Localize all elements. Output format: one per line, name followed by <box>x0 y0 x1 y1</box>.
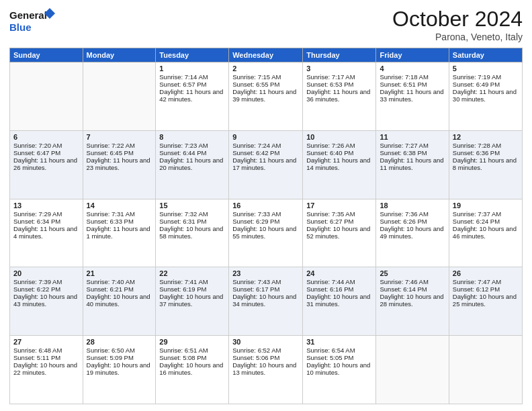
table-row: 5 Sunrise: 7:19 AM Sunset: 6:49 PM Dayli… <box>449 62 522 131</box>
daylight-text: Daylight: 10 hours and 49 minutes. <box>380 225 443 240</box>
day-number: 26 <box>453 269 519 277</box>
table-row: 22 Sunrise: 7:41 AM Sunset: 6:19 PM Dayl… <box>156 267 229 336</box>
sunrise-text: Sunrise: 7:41 AM <box>159 278 208 285</box>
sunset-text: Sunset: 6:26 PM <box>380 218 427 225</box>
sunset-text: Sunset: 6:49 PM <box>453 81 500 88</box>
col-sunday: Sunday <box>10 48 83 62</box>
sunset-text: Sunset: 6:40 PM <box>306 149 353 156</box>
calendar-table: Sunday Monday Tuesday Wednesday Thursday… <box>9 48 523 404</box>
logo: General Blue <box>9 7 56 37</box>
daylight-text: Daylight: 10 hours and 43 minutes. <box>13 293 77 308</box>
daylight-text: Daylight: 11 hours and 4 minutes. <box>13 225 77 240</box>
sunrise-text: Sunrise: 7:20 AM <box>13 142 62 149</box>
daylight-text: Daylight: 11 hours and 36 minutes. <box>306 88 370 103</box>
sunset-text: Sunset: 6:24 PM <box>453 218 500 225</box>
sunrise-text: Sunrise: 6:50 AM <box>87 347 135 354</box>
calendar-week-row: 1 Sunrise: 7:14 AM Sunset: 6:57 PM Dayli… <box>10 62 523 131</box>
daylight-text: Daylight: 10 hours and 58 minutes. <box>159 225 223 240</box>
sunset-text: Sunset: 6:31 PM <box>159 218 206 225</box>
daylight-text: Daylight: 10 hours and 46 minutes. <box>453 225 517 240</box>
sunset-text: Sunset: 5:11 PM <box>13 354 60 361</box>
calendar-week-row: 20 Sunrise: 7:39 AM Sunset: 6:22 PM Dayl… <box>10 267 523 336</box>
sunrise-text: Sunrise: 7:47 AM <box>453 278 501 285</box>
table-row: 1 Sunrise: 7:14 AM Sunset: 6:57 PM Dayli… <box>156 62 229 131</box>
col-saturday: Saturday <box>449 48 522 62</box>
table-row: 7 Sunrise: 7:22 AM Sunset: 6:45 PM Dayli… <box>83 130 156 199</box>
table-row: 17 Sunrise: 7:35 AM Sunset: 6:27 PM Dayl… <box>303 199 376 267</box>
daylight-text: Daylight: 11 hours and 8 minutes. <box>453 156 517 171</box>
table-row: 10 Sunrise: 7:26 AM Sunset: 6:40 PM Dayl… <box>303 130 376 199</box>
day-number: 15 <box>159 201 225 210</box>
table-row: 16 Sunrise: 7:33 AM Sunset: 6:29 PM Dayl… <box>229 199 303 267</box>
day-number: 22 <box>159 269 225 277</box>
calendar-week-row: 27 Sunrise: 6:48 AM Sunset: 5:11 PM Dayl… <box>10 336 523 404</box>
sunset-text: Sunset: 6:47 PM <box>13 149 60 156</box>
table-row: 15 Sunrise: 7:32 AM Sunset: 6:31 PM Dayl… <box>156 199 229 267</box>
col-thursday: Thursday <box>303 48 376 62</box>
table-row: 20 Sunrise: 7:39 AM Sunset: 6:22 PM Dayl… <box>10 267 83 336</box>
daylight-text: Daylight: 11 hours and 33 minutes. <box>380 88 443 103</box>
daylight-text: Daylight: 10 hours and 31 minutes. <box>306 293 370 308</box>
daylight-text: Daylight: 10 hours and 40 minutes. <box>87 293 150 308</box>
sunset-text: Sunset: 6:51 PM <box>380 81 427 88</box>
day-number: 28 <box>87 338 152 346</box>
day-number: 7 <box>87 133 152 141</box>
sunset-text: Sunset: 6:19 PM <box>159 285 206 293</box>
sunrise-text: Sunrise: 7:26 AM <box>306 142 355 149</box>
table-row <box>449 336 522 404</box>
daylight-text: Daylight: 11 hours and 23 minutes. <box>87 156 150 171</box>
sunrise-text: Sunrise: 6:48 AM <box>13 347 62 354</box>
table-row <box>83 62 156 131</box>
daylight-text: Daylight: 11 hours and 20 minutes. <box>159 156 223 171</box>
sunrise-text: Sunrise: 7:24 AM <box>232 142 281 149</box>
table-row: 23 Sunrise: 7:43 AM Sunset: 6:17 PM Dayl… <box>229 267 303 336</box>
daylight-text: Daylight: 10 hours and 28 minutes. <box>380 293 443 308</box>
sunset-text: Sunset: 6:29 PM <box>232 218 279 225</box>
daylight-text: Daylight: 10 hours and 13 minutes. <box>232 361 296 376</box>
table-row: 8 Sunrise: 7:23 AM Sunset: 6:44 PM Dayli… <box>156 130 229 199</box>
table-row: 4 Sunrise: 7:18 AM Sunset: 6:51 PM Dayli… <box>376 62 449 131</box>
table-row: 14 Sunrise: 7:31 AM Sunset: 6:33 PM Dayl… <box>83 199 156 267</box>
table-row: 11 Sunrise: 7:27 AM Sunset: 6:38 PM Dayl… <box>376 130 449 199</box>
table-row: 31 Sunrise: 6:54 AM Sunset: 5:05 PM Dayl… <box>303 336 376 404</box>
sunrise-text: Sunrise: 7:40 AM <box>87 278 135 285</box>
day-number: 16 <box>232 201 299 210</box>
svg-text:General: General <box>9 9 47 21</box>
day-number: 8 <box>159 133 225 141</box>
sunrise-text: Sunrise: 7:37 AM <box>453 210 501 218</box>
daylight-text: Daylight: 10 hours and 34 minutes. <box>232 293 296 308</box>
sunrise-text: Sunrise: 7:14 AM <box>159 73 208 81</box>
daylight-text: Daylight: 10 hours and 25 minutes. <box>453 293 517 308</box>
sunrise-text: Sunrise: 7:32 AM <box>159 210 208 218</box>
sunrise-text: Sunrise: 7:28 AM <box>453 142 501 149</box>
sunset-text: Sunset: 6:44 PM <box>159 149 206 156</box>
day-number: 11 <box>380 133 445 141</box>
table-row: 29 Sunrise: 6:51 AM Sunset: 5:08 PM Dayl… <box>156 336 229 404</box>
sunset-text: Sunset: 6:53 PM <box>306 81 353 88</box>
daylight-text: Daylight: 10 hours and 19 minutes. <box>87 361 150 376</box>
daylight-text: Daylight: 10 hours and 10 minutes. <box>306 361 370 376</box>
day-number: 14 <box>87 201 152 210</box>
sunset-text: Sunset: 5:08 PM <box>159 354 206 361</box>
sunset-text: Sunset: 6:34 PM <box>13 218 60 225</box>
location-title: Parona, Veneto, Italy <box>392 32 523 42</box>
table-row: 25 Sunrise: 7:46 AM Sunset: 6:14 PM Dayl… <box>376 267 449 336</box>
sunrise-text: Sunrise: 7:44 AM <box>306 278 355 285</box>
day-number: 29 <box>159 338 225 346</box>
title-block: October 2024 Parona, Veneto, Italy <box>392 7 523 42</box>
sunset-text: Sunset: 6:55 PM <box>232 81 279 88</box>
sunset-text: Sunset: 6:17 PM <box>232 285 279 293</box>
table-row: 9 Sunrise: 7:24 AM Sunset: 6:42 PM Dayli… <box>229 130 303 199</box>
table-row: 6 Sunrise: 7:20 AM Sunset: 6:47 PM Dayli… <box>10 130 83 199</box>
sunset-text: Sunset: 6:33 PM <box>87 218 134 225</box>
sunset-text: Sunset: 5:09 PM <box>87 354 134 361</box>
day-number: 18 <box>380 201 445 210</box>
day-number: 6 <box>13 133 79 141</box>
table-row: 12 Sunrise: 7:28 AM Sunset: 6:36 PM Dayl… <box>449 130 522 199</box>
day-number: 30 <box>232 338 299 346</box>
sunset-text: Sunset: 6:57 PM <box>159 81 206 88</box>
calendar-week-row: 6 Sunrise: 7:20 AM Sunset: 6:47 PM Dayli… <box>10 130 523 199</box>
day-number: 9 <box>232 133 299 141</box>
sunset-text: Sunset: 6:22 PM <box>13 285 60 293</box>
daylight-text: Daylight: 11 hours and 1 minute. <box>87 225 150 240</box>
